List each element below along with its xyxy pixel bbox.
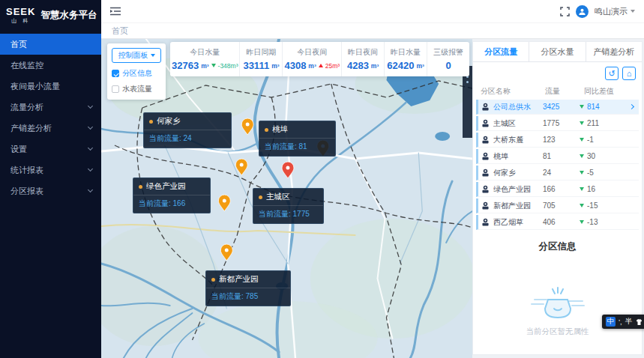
table-row[interactable]: 主城区 1775 211 (476, 116, 639, 131)
sidebar-item-flow-analysis[interactable]: 流量分析 (0, 97, 101, 118)
zone-icon (481, 135, 490, 145)
table-row[interactable]: 绿色产业园 166 16 (476, 182, 639, 197)
empty-box-icon (530, 283, 586, 322)
ime-toolbar: 中 ’, 半 (602, 315, 644, 329)
app-logo: SEEK 山 科 智慧水务平台 (0, 0, 101, 31)
zone-panel-toolbar: ↺ ⌂ (473, 62, 642, 83)
tab-zone-flow[interactable]: 分区流量 (473, 42, 529, 61)
map-tooltip: 绿色产业园 当前流量: 166 (133, 178, 211, 213)
zone-icon (481, 102, 490, 112)
checkbox-checked-icon[interactable] (112, 70, 119, 77)
table-row[interactable]: 新都产业园 705 -15 (476, 198, 639, 213)
chevron-down-icon (88, 124, 93, 130)
down-arrow-icon (580, 220, 584, 224)
logo-mark-icon: SEEK 山 科 (6, 7, 35, 23)
sidebar-item-home[interactable]: 首页 (0, 34, 101, 55)
logo-text: SEEK (6, 7, 35, 16)
down-arrow-icon (580, 121, 584, 125)
ime-skin-icon[interactable] (635, 318, 643, 326)
caret-down-icon (151, 54, 155, 57)
zone-icon (481, 217, 490, 227)
tab-zone-volume[interactable]: 分区水量 (529, 42, 586, 61)
ime-language-button[interactable]: 中 (606, 317, 616, 327)
marker-dot-icon (265, 128, 268, 132)
marker-dot-icon (211, 278, 215, 282)
down-arrow-icon (580, 105, 584, 109)
fullscreen-icon[interactable] (560, 7, 570, 16)
home-icon: ⌂ (627, 69, 632, 78)
sidebar-item-night-min-flow[interactable]: 夜间最小流量 (0, 76, 101, 97)
user-avatar[interactable] (576, 5, 589, 18)
down-arrow-icon (580, 138, 584, 142)
user-menu[interactable]: 鸣山演示 (595, 6, 635, 17)
table-row[interactable]: 何家乡 24 -5 (476, 166, 639, 180)
table-row[interactable]: 大桥东麓 123 -1 (476, 133, 639, 148)
trend-down-icon (211, 64, 216, 67)
stats-bar: 今日水量 32763 m³ -348m³ 昨日同期 33111 m³ (170, 42, 469, 76)
stat-card-last-night: 昨日夜间 4283 m³ (342, 42, 385, 76)
checkbox-unchecked-icon[interactable] (112, 85, 119, 93)
map-tooltip: 主城区 当前流量: 1775 (253, 188, 324, 224)
breadcrumb: 首页 (101, 22, 644, 39)
sidebar-item-nrw-analysis[interactable]: 产销差分析 (0, 118, 101, 139)
zone-info-title: 分区信息 (539, 240, 577, 253)
sidebar: SEEK 山 科 智慧水务平台 首页 在线监控 夜间最小流量 流量分析 产销差分… (0, 0, 101, 358)
undo-button[interactable]: ↺ (605, 67, 619, 80)
zone-icon (481, 201, 490, 210)
undo-icon: ↺ (608, 69, 615, 79)
sidebar-item-settings[interactable]: 设置 (0, 139, 101, 160)
ime-punctuation-button[interactable]: ’, (619, 318, 622, 326)
layer-option-zone-info[interactable]: 分区信息 (112, 68, 161, 79)
down-arrow-icon (580, 154, 584, 158)
top-header: 鸣山演示 (101, 0, 644, 22)
sidebar-collapse-icon[interactable] (110, 7, 121, 16)
home-button[interactable]: ⌂ (622, 67, 636, 80)
marker-dot-icon (139, 185, 142, 189)
marker-dot-icon (259, 195, 262, 199)
down-arrow-icon (580, 204, 584, 207)
chevron-down-icon (88, 103, 93, 109)
tab-nrw-analysis[interactable]: 产销差分析 (586, 42, 642, 61)
table-row[interactable]: 西乙烟草 406 -13 (476, 215, 639, 230)
stat-card-level3-alarm: 三级报警 0 (427, 42, 469, 76)
down-arrow-icon (580, 171, 584, 175)
table-row[interactable]: 公司总供水 3425 814 (476, 100, 639, 115)
zone-table: 公司总供水 3425 814 主城区 1775 211 大桥东麓 123 -1 (473, 100, 642, 231)
stat-card-tonight: 今日夜间 4308 m³ 25m³ (283, 42, 342, 76)
zone-panel: 分区流量 分区水量 产销差分析 ↺ ⌂ 分区名称 流量 同比差值 公司总供水 3… (472, 41, 643, 355)
zone-icon (481, 184, 490, 194)
chevron-down-icon (88, 145, 93, 151)
map-canvas[interactable]: 今日水量 32763 m³ -348m³ 昨日同期 33111 m³ (101, 39, 472, 358)
chevron-down-icon (88, 166, 93, 172)
zone-panel-tabs: 分区流量 分区水量 产销差分析 (473, 42, 642, 62)
zone-icon (481, 118, 490, 128)
stat-card-yesterday-same-period: 昨日同期 33111 m³ (240, 42, 283, 76)
map-tooltip: 桃埠 当前流量: 81 (259, 121, 336, 157)
sidebar-item-statistics-report[interactable]: 统计报表 (0, 160, 101, 180)
content: 今日水量 32763 m³ -348m³ 昨日同期 33111 m³ (101, 39, 644, 358)
sidebar-item-online-monitor[interactable]: 在线监控 (0, 55, 101, 76)
zone-icon (481, 151, 490, 161)
layer-option-meter-flow[interactable]: 水表流量 (112, 84, 161, 94)
sidebar-item-zone-report[interactable]: 分区报表 (0, 180, 101, 201)
table-row[interactable]: 桃埠 81 30 (476, 149, 639, 164)
marker-dot-icon (149, 120, 153, 124)
control-panel-button[interactable]: 控制面板 (112, 48, 161, 63)
map-control-panel: 控制面板 分区信息 水表流量 (107, 43, 166, 100)
table-header: 分区名称 流量 同比差值 (473, 83, 642, 100)
sidebar-nav: 首页 在线监控 夜间最小流量 流量分析 产销差分析 设置 统计报表 分区报表 (0, 34, 101, 201)
down-arrow-icon (580, 187, 584, 191)
main-area: 鸣山演示 首页 (101, 0, 644, 358)
chevron-down-icon (88, 187, 93, 192)
zone-icon (481, 168, 490, 178)
ime-halfwidth-button[interactable]: 半 (625, 317, 633, 327)
trend-up-icon (319, 64, 323, 67)
logo-subtext: 山 科 (11, 18, 30, 23)
stat-card-yesterday-volume: 昨日水量 62420 m³ (385, 42, 427, 76)
stat-card-today-volume: 今日水量 32763 m³ -348m³ (170, 42, 240, 76)
caret-down-icon (631, 10, 635, 13)
chevron-right-icon (629, 104, 634, 109)
map-tooltip: 何家乡 当前流量: 24 (143, 112, 232, 148)
map-tooltip: 新都产业园 当前流量: 785 (205, 270, 291, 306)
zone-info-section: 分区信息 当前分区暂无属性 (473, 231, 642, 354)
